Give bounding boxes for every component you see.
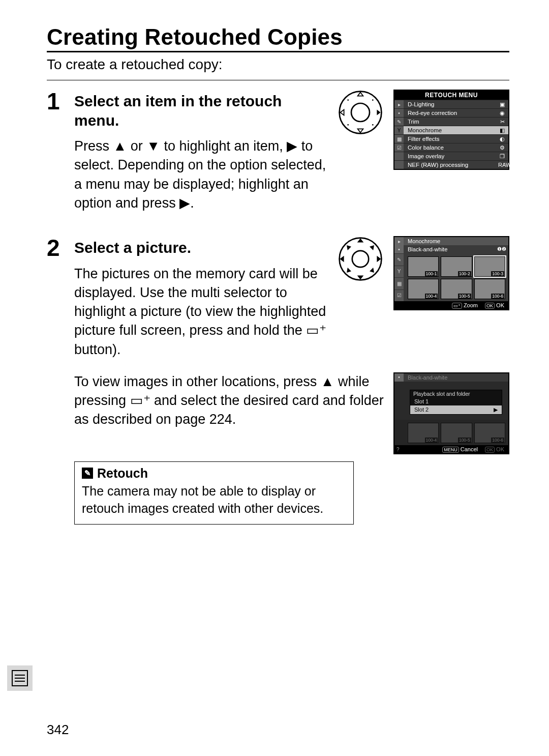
t: button). — [74, 342, 121, 357]
t: Black-and-white — [408, 246, 447, 252]
lcd-header: ▸Monochrome — [394, 237, 508, 245]
step-body: Press ▲ or ▼ to highlight an item, ▶ to … — [74, 137, 328, 213]
menu-item: Image overlay❐ — [394, 152, 508, 160]
down-icon: ▼ — [146, 137, 160, 156]
thumbnail-grid-dim: 100-4100-5100-6 — [394, 420, 508, 445]
svg-point-2 — [347, 99, 349, 101]
page-title: Creating Retouched Copies — [47, 24, 509, 52]
lcd-footer: ? MENU Cancel OK OK — [394, 445, 508, 453]
step-body: The pictures on the memory card will be … — [74, 265, 328, 359]
t: OK — [496, 302, 504, 308]
t: OK — [496, 446, 504, 452]
step-number: 2 — [47, 236, 65, 525]
note-body: The camera may not be able to display or… — [82, 483, 346, 517]
step-heading: Select a picture. — [74, 238, 288, 257]
t: To view images in other locations, press — [74, 374, 321, 389]
t: Retouch — [97, 466, 148, 481]
lcd-subheader: •Black-and-white — [394, 373, 508, 382]
svg-point-3 — [372, 99, 374, 101]
menu-item: ▸D-Lighting▣ — [394, 100, 508, 108]
t: Black-and-white — [408, 374, 447, 381]
slot-folder-screen: •Black-and-white Playback slot and folde… — [393, 372, 509, 454]
slot-popup: Playback slot and folder Slot 1Slot 2▶ — [394, 382, 508, 420]
thumbnail: 100-3 — [474, 256, 505, 277]
menu-item: NEF (RAW) processingRAW — [394, 160, 508, 169]
thumbnail: 100-1 — [408, 256, 439, 277]
lcd-title: RETOUCH MENU — [394, 91, 508, 100]
thumbnail: 100-6 — [474, 279, 505, 299]
retouch-menu-screen: RETOUCH MENU ▸D-Lighting▣•Red-eye correc… — [393, 90, 509, 170]
step-body-2: To view images in other locations, press… — [74, 372, 384, 429]
thumbnail: 100-4 — [408, 423, 439, 443]
step-1: 1 Select an item in the retouch menu. Pr… — [47, 90, 509, 222]
pencil-icon: ✎ — [82, 468, 93, 479]
page-number: 342 — [47, 722, 69, 738]
t: Zoom — [464, 302, 478, 308]
zoom-in-icon: ▭⁺ — [306, 321, 326, 340]
thumbnail: 100-4 — [408, 279, 439, 299]
t: Monochrome — [408, 238, 440, 244]
t: The pictures on the memory card will be … — [74, 266, 326, 338]
picture-grid-screen: ▸Monochrome •Black-and-white❶❷ ✎Y▦☑ 100-… — [393, 236, 509, 310]
menu-item: •Red-eye correction◉ — [394, 108, 508, 117]
help-icon: ? — [396, 447, 400, 452]
thumbnail: 100-5 — [441, 279, 472, 299]
thumbnail: 100-5 — [441, 423, 472, 443]
t: Cancel — [461, 446, 478, 452]
t: to highlight an item, — [160, 138, 287, 154]
popup-title: Playback slot and folder — [410, 390, 502, 397]
menu-item: ✎Trim✂ — [394, 117, 508, 126]
up-icon: ▲ — [321, 372, 334, 391]
slot-item: Slot 1 — [410, 397, 502, 405]
step-2: 2 Select a picture. The pictures on the … — [47, 236, 509, 525]
separator — [47, 80, 509, 80]
slot-item: Slot 2▶ — [410, 405, 502, 414]
intro-text: To create a retouched copy: — [47, 56, 509, 73]
up-icon: ▲ — [113, 137, 127, 156]
right-icon: ▶ — [287, 137, 297, 156]
lcd-footer: ▭⁺ Zoom OK OK — [394, 301, 508, 309]
multi-selector-diagram-full — [338, 236, 383, 282]
svg-point-7 — [352, 251, 369, 267]
svg-point-4 — [347, 124, 349, 126]
zoom-in-icon: ▭⁺ — [130, 391, 150, 410]
manual-page: Creating Retouched Copies To create a re… — [0, 0, 549, 756]
thumbnail-grid: ✎Y▦☑ 100-1100-2100-3100-4100-5100-6 — [394, 253, 508, 301]
section-tab-icon — [7, 665, 33, 691]
menu-item: ☑Color balance⚙ — [394, 143, 508, 152]
menu-item: ▦Filter effects◐ — [394, 134, 508, 143]
multi-selector-diagram-simple — [338, 90, 383, 135]
right-icon: ▶ — [179, 194, 190, 213]
t: or — [127, 138, 146, 154]
svg-point-5 — [372, 124, 374, 126]
step-heading: Select an item in the retouch menu. — [74, 92, 288, 130]
thumbnail: 100-6 — [474, 423, 505, 443]
lcd-subheader: •Black-and-white❶❷ — [394, 245, 508, 253]
note-box: ✎ Retouch The camera may not be able to … — [74, 461, 354, 525]
t: . — [190, 195, 194, 211]
thumbnail: 100-2 — [441, 256, 472, 277]
note-title: ✎ Retouch — [82, 466, 346, 481]
t: Press — [74, 138, 113, 154]
menu-item: YMonochrome◧ — [394, 126, 508, 134]
step-number: 1 — [47, 90, 65, 222]
menu-icon — [12, 670, 28, 686]
svg-point-1 — [351, 103, 370, 122]
